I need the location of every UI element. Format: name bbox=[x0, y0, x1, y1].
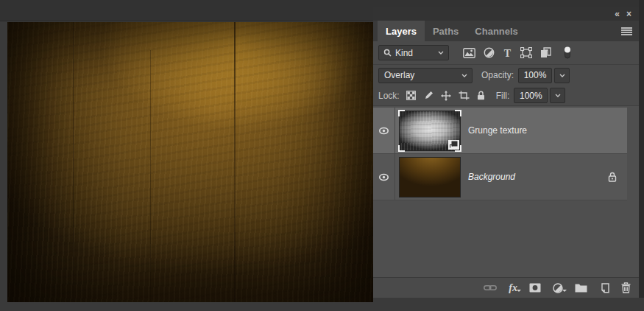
link-layers-icon[interactable] bbox=[484, 284, 497, 292]
canvas-crease bbox=[150, 50, 151, 302]
panel-menu-icon[interactable] bbox=[621, 27, 632, 35]
layer-thumbnail[interactable] bbox=[399, 111, 461, 151]
lock-all-icon[interactable] bbox=[477, 91, 485, 100]
opacity-value-field[interactable]: 100% bbox=[518, 68, 552, 83]
lock-icons bbox=[406, 91, 485, 101]
lock-label: Lock: bbox=[378, 91, 400, 101]
lock-artboard-nesting-icon[interactable] bbox=[459, 91, 470, 100]
thumbnail-corner-bracket bbox=[398, 110, 405, 116]
opacity-dropdown-button[interactable] bbox=[554, 68, 570, 83]
visibility-cell[interactable] bbox=[373, 108, 395, 153]
smart-objects-filter-icon[interactable] bbox=[540, 47, 551, 58]
fill-label: Fill: bbox=[496, 91, 510, 101]
canvas-crease bbox=[73, 22, 74, 302]
thumbnail-corner-bracket bbox=[455, 110, 461, 116]
smart-object-badge-icon bbox=[448, 140, 459, 150]
panel-header: « × bbox=[373, 7, 639, 21]
svg-text:T: T bbox=[504, 48, 512, 58]
layer-name[interactable]: Grunge texture bbox=[468, 125, 527, 136]
shape-layers-filter-icon[interactable] bbox=[520, 47, 532, 58]
filter-type-icons: T bbox=[463, 46, 571, 59]
close-panel-icon[interactable]: × bbox=[626, 10, 631, 18]
document-canvas[interactable] bbox=[7, 22, 373, 302]
layer-style-icon[interactable]: fx bbox=[509, 283, 517, 293]
new-group-icon[interactable] bbox=[575, 283, 587, 293]
panel-tab-bar: Layers Paths Channels bbox=[373, 21, 639, 41]
tab-layers[interactable]: Layers bbox=[378, 21, 425, 41]
lock-image-pixels-icon[interactable] bbox=[423, 91, 434, 101]
new-adjustment-layer-icon[interactable] bbox=[553, 283, 563, 293]
collapse-panel-icon[interactable]: « bbox=[615, 10, 620, 18]
filter-kind-dropdown[interactable]: Kind bbox=[378, 45, 449, 60]
layers-list: Grunge texture Background bbox=[373, 106, 639, 277]
thumbnail-corner-bracket bbox=[398, 145, 405, 152]
adjustment-layers-filter-icon[interactable] bbox=[484, 47, 495, 58]
window-right-edge bbox=[639, 0, 644, 298]
delete-layer-icon[interactable] bbox=[621, 282, 631, 293]
filter-bar: Kind T bbox=[373, 41, 639, 65]
layer-row-grunge-texture[interactable]: Grunge texture bbox=[373, 108, 627, 154]
layer-filtering-toggle-icon[interactable] bbox=[564, 46, 571, 59]
fill-dropdown-button[interactable] bbox=[550, 88, 565, 103]
layers-panel: « × Layers Paths Channels Kind bbox=[373, 7, 639, 298]
eye-icon[interactable] bbox=[378, 173, 389, 181]
fill-value-field[interactable]: 100% bbox=[514, 88, 548, 103]
tab-channels[interactable]: Channels bbox=[467, 21, 526, 41]
visibility-cell[interactable] bbox=[373, 154, 395, 200]
caret-icon bbox=[562, 290, 567, 294]
layer-name[interactable]: Background bbox=[468, 172, 515, 182]
chevron-down-icon bbox=[461, 74, 467, 77]
panel-bottom-toolbar: fx bbox=[373, 277, 639, 298]
lock-bar: Lock: Fill: 100% bbox=[373, 85, 639, 106]
blend-bar: Overlay Opacity: 100% bbox=[373, 65, 639, 85]
chevron-down-icon bbox=[438, 51, 444, 55]
layer-row-background[interactable]: Background bbox=[373, 154, 627, 200]
type-layers-filter-icon[interactable]: T bbox=[503, 48, 512, 58]
opacity-label: Opacity: bbox=[481, 70, 514, 80]
layer-lock-icon bbox=[608, 172, 617, 182]
caret-icon bbox=[517, 290, 521, 294]
pixel-layers-filter-icon[interactable] bbox=[463, 48, 475, 58]
add-layer-mask-icon[interactable] bbox=[529, 283, 541, 293]
new-layer-icon[interactable] bbox=[599, 283, 609, 293]
tab-paths[interactable]: Paths bbox=[425, 21, 467, 41]
eye-icon[interactable] bbox=[378, 127, 389, 135]
blend-mode-dropdown[interactable]: Overlay bbox=[378, 68, 473, 83]
filter-kind-label: Kind bbox=[395, 48, 413, 58]
search-icon bbox=[383, 49, 392, 57]
canvas-fold-line bbox=[234, 22, 236, 302]
lock-transparent-pixels-icon[interactable] bbox=[406, 91, 416, 100]
layer-thumbnail[interactable] bbox=[399, 157, 461, 198]
blend-mode-value: Overlay bbox=[384, 70, 414, 80]
lock-position-icon[interactable] bbox=[441, 91, 451, 101]
